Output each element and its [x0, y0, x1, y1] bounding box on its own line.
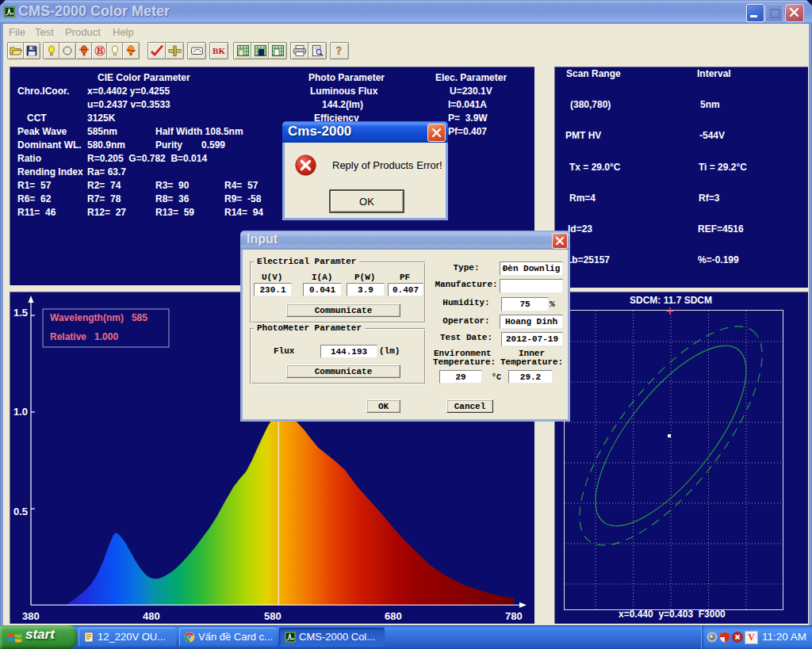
svg-text:Relative 1.000: Relative 1.000: [50, 331, 118, 342]
svg-text:480: 480: [143, 610, 160, 622]
svg-text:780: 780: [505, 610, 523, 622]
svg-text:x=0.440 y=0.403 F3000: x=0.440 y=0.403 F3000: [619, 609, 726, 620]
svg-text:?: ?: [336, 45, 342, 57]
svg-text:SDCM: 11.7 SDCM: SDCM: 11.7 SDCM: [630, 295, 712, 306]
svg-text:380: 380: [22, 610, 40, 622]
svg-text:Wavelength(nm) 585: Wavelength(nm) 585: [50, 312, 147, 323]
svg-text:580: 580: [264, 610, 282, 622]
svg-text:680: 680: [385, 610, 402, 622]
svg-text:1.0: 1.0: [13, 406, 28, 418]
svg-text:0.5: 0.5: [13, 506, 28, 517]
svg-text:1.5: 1.5: [13, 307, 28, 319]
